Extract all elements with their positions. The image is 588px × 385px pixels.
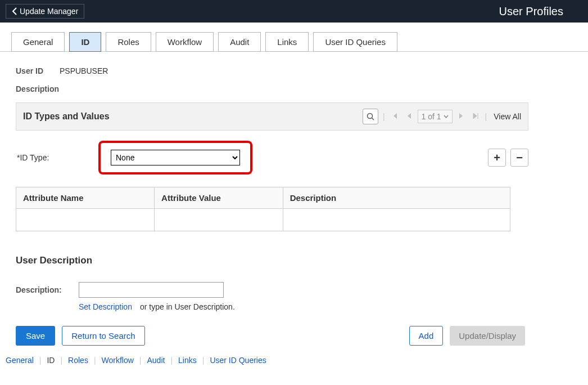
svg-point-0	[367, 114, 372, 119]
user-id-value: PSPUBUSER	[60, 66, 108, 75]
chevron-down-icon	[444, 115, 449, 118]
col-description: Description	[283, 187, 510, 209]
save-button[interactable]: Save	[16, 326, 55, 346]
description-label: Description	[16, 84, 572, 93]
bottom-link-audit[interactable]: Audit	[144, 356, 167, 365]
next-page-button[interactable]	[457, 112, 466, 121]
bottom-link-workflow[interactable]: Workflow	[99, 356, 136, 365]
divider: |	[383, 112, 385, 121]
bottom-link-user-id-queries[interactable]: User ID Queries	[207, 356, 268, 365]
plus-icon: +	[494, 151, 500, 164]
page-title: User Profiles	[499, 5, 582, 18]
id-type-highlight: None	[98, 141, 252, 174]
bottom-link-id: ID	[44, 356, 57, 365]
prev-page-button[interactable]	[404, 112, 413, 121]
remove-row-button[interactable]: −	[510, 149, 528, 167]
add-row-button[interactable]: +	[488, 149, 506, 167]
app-header: Update Manager User Profiles	[0, 0, 588, 23]
grid-nav: | 1 of 1 | View All	[363, 109, 521, 124]
user-description-heading: User Description	[16, 255, 572, 266]
user-id-row: User ID PSPUBUSER	[16, 66, 572, 75]
search-button[interactable]	[363, 109, 378, 124]
tab-workflow[interactable]: Workflow	[156, 32, 214, 52]
last-icon	[472, 113, 479, 119]
tab-user-id-queries[interactable]: User ID Queries	[313, 32, 397, 52]
last-page-button[interactable]	[471, 112, 481, 121]
tab-links[interactable]: Links	[265, 32, 309, 52]
bottom-link-links[interactable]: Links	[176, 356, 199, 365]
id-type-select[interactable]: None	[111, 150, 240, 165]
col-attribute-value: Attribute Value	[155, 187, 283, 209]
attribute-table: Attribute Name Attribute Value Descripti…	[16, 187, 510, 231]
page-indicator[interactable]: 1 of 1	[418, 110, 453, 123]
tab-roles[interactable]: Roles	[106, 32, 151, 52]
description-input[interactable]	[79, 282, 224, 298]
divider: |	[485, 112, 487, 121]
col-attribute-name: Attribute Name	[16, 187, 155, 209]
cell-description	[283, 209, 510, 231]
search-icon	[367, 113, 374, 120]
description-hint: or type in User Description.	[140, 302, 235, 311]
tab-general[interactable]: General	[11, 32, 65, 52]
bottom-link-general[interactable]: General	[3, 356, 36, 365]
back-label: Update Manager	[20, 7, 78, 16]
bottom-nav: General | ID | Roles | Workflow | Audit …	[0, 356, 572, 365]
tab-id[interactable]: ID	[69, 32, 101, 52]
return-to-search-button[interactable]: Return to Search	[62, 326, 144, 346]
section-id-types: ID Types and Values | 1 of 1	[16, 102, 528, 131]
svg-line-1	[372, 118, 374, 120]
set-description-link[interactable]: Set Description	[79, 302, 132, 311]
view-all-link[interactable]: View All	[494, 112, 521, 121]
back-button[interactable]: Update Manager	[6, 4, 84, 19]
user-id-label: User ID	[16, 66, 60, 75]
cell-attribute-value	[155, 209, 283, 231]
first-page-button[interactable]	[390, 112, 400, 121]
page-text: 1 of 1	[422, 112, 441, 121]
table-row	[16, 209, 510, 231]
description-field-label: Description:	[16, 285, 72, 294]
minus-icon: −	[516, 151, 523, 164]
prev-icon	[406, 113, 411, 119]
id-type-label: *ID Type:	[17, 153, 98, 162]
tab-audit[interactable]: Audit	[218, 32, 261, 52]
add-button[interactable]: Add	[409, 326, 444, 346]
section-title: ID Types and Values	[23, 111, 110, 122]
update-display-button: Update/Display	[450, 326, 525, 346]
cell-attribute-name	[16, 209, 155, 231]
chevron-left-icon	[12, 7, 17, 15]
next-icon	[459, 113, 464, 119]
first-icon	[391, 113, 398, 119]
tab-strip: General ID Roles Workflow Audit Links Us…	[0, 23, 588, 52]
bottom-link-roles[interactable]: Roles	[66, 356, 91, 365]
